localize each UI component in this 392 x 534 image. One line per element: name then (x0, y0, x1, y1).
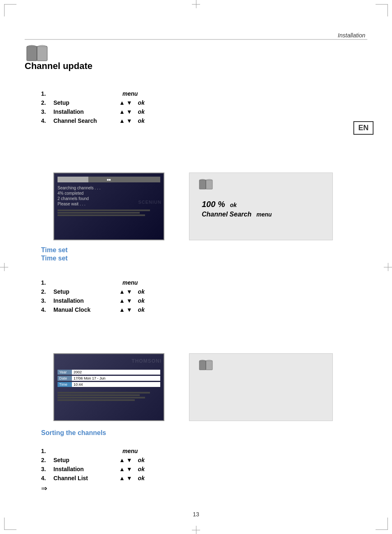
svg-rect-3 (199, 180, 206, 189)
sorting-section-title: Sorting the channels (41, 429, 106, 437)
step-ok: ok (138, 99, 145, 106)
step-row: 4. Channel List ▲ ▼ ok (41, 475, 145, 481)
page-number: 13 (193, 511, 199, 518)
step-row: 1. menu (41, 279, 145, 286)
info-book-icon (198, 178, 214, 193)
header-title: Installation (338, 32, 365, 39)
step-row: 4. Manual Clock ▲ ▼ ok (41, 306, 145, 313)
step-arrows: ▲ ▼ (119, 99, 132, 106)
clock-time-row: Time 10:44 (58, 382, 160, 387)
step-number: 4. (41, 475, 53, 481)
crosshair-top (192, 0, 200, 8)
crosshair-right (384, 263, 392, 271)
step-row: 2. Setup ▲ ▼ ok (41, 288, 145, 295)
step-number: 4. (41, 306, 53, 313)
step-label: Setup (53, 288, 119, 295)
step-ok: ok (138, 297, 145, 304)
info-channel-search: Channel Search (202, 211, 251, 218)
clock-time-label: Time (58, 382, 72, 387)
step-row: 3. Installation ▲ ▼ ok (41, 466, 145, 472)
step-row: 3. Installation ▲ ▼ ok (41, 297, 145, 304)
info-percentage: 100 % (202, 200, 225, 209)
step-label: Installation (53, 297, 119, 304)
channel-search-screen: ■■ Searching channels . . . 4% completed… (53, 173, 164, 240)
step-number: 4. (41, 117, 53, 124)
clock-time-value: 10:44 (72, 382, 160, 387)
crosshair-bottom (192, 526, 200, 534)
arrow-pointer-icon: ⇒ (41, 484, 47, 493)
info-ok: ok (230, 202, 237, 208)
svg-rect-0 (27, 46, 37, 61)
svg-rect-4 (206, 180, 212, 189)
step-arrows: ▲ ▼ (119, 466, 132, 472)
clock-info-book-icon (198, 359, 214, 373)
step-ok: ok (138, 457, 145, 463)
clock-date-row: Date 17/06 Mon 17 - Jun (58, 376, 160, 381)
step-number: 3. (41, 466, 53, 472)
step-number: 3. (41, 297, 53, 304)
step-row: 2. Setup ▲ ▼ ok (41, 99, 145, 106)
screen-brand: SCENIUN (138, 200, 161, 205)
step-ok: ok (138, 117, 145, 124)
step-ok: ok (138, 475, 145, 481)
step-arrows: ▲ ▼ (119, 108, 132, 115)
step-row: 2. Setup ▲ ▼ ok (41, 457, 145, 463)
main-title: Channel update (25, 61, 92, 71)
clock-date-value: 17/06 Mon 17 - Jun (72, 376, 160, 381)
time-set-heading-label: Time set (41, 246, 68, 253)
step-number: 1. (41, 279, 53, 286)
clock-info-box (189, 353, 333, 421)
clock-date-label: Date (58, 376, 72, 381)
info-box-content: 100 % ok Channel Search menu (202, 200, 272, 218)
step-number: 2. (41, 99, 53, 106)
screen-text-searching: Searching channels . . . (58, 186, 160, 190)
step-ok: ok (138, 466, 145, 472)
crosshair-left (0, 263, 8, 271)
channel-search-info-box: 100 % ok Channel Search menu (189, 173, 333, 240)
step-menu: menu (122, 279, 138, 286)
step-number: 2. (41, 457, 53, 463)
corner-mark-tr (376, 4, 388, 16)
step-number: 1. (41, 90, 53, 97)
step-arrows: ▲ ▼ (119, 306, 132, 313)
en-badge: EN (353, 121, 374, 135)
sorting-steps: 1. menu 2. Setup ▲ ▼ ok 3. Installation … (41, 448, 145, 495)
corner-mark-bl (4, 518, 16, 530)
corner-mark-br (376, 518, 388, 530)
step-label: Installation (53, 466, 119, 472)
step-label: Setup (53, 457, 119, 463)
step-number: 2. (41, 288, 53, 295)
step-row-arrow: ⇒ (41, 484, 145, 493)
step-ok: ok (138, 108, 145, 115)
step-arrows: ▲ ▼ (119, 288, 132, 295)
header-divider (25, 39, 367, 40)
svg-rect-1 (37, 46, 47, 61)
step-label: Channel List (53, 475, 119, 481)
clock-year-value: 2002 (72, 370, 160, 375)
step-arrows: ▲ ▼ (119, 457, 132, 463)
step-arrows: ▲ ▼ (119, 117, 132, 124)
clock-year-label: Year (58, 370, 72, 375)
step-arrows: ▲ ▼ (119, 475, 132, 481)
clock-screen-brand: THOMSONI (131, 358, 161, 364)
step-label: Installation (53, 108, 119, 115)
svg-rect-7 (206, 361, 212, 370)
corner-mark-tl (4, 4, 16, 16)
step-number: 3. (41, 108, 53, 115)
step-arrows: ▲ ▼ (119, 297, 132, 304)
channel-update-steps: 1. menu 2. Setup ▲ ▼ ok 3. Installation … (41, 90, 145, 127)
time-set-section-title: Time set (41, 255, 68, 262)
step-label: Setup (53, 99, 119, 106)
clock-screen: THOMSONI Year 2002 Date 17/06 Mon 17 - J… (53, 353, 164, 421)
step-number: 1. (41, 448, 53, 454)
step-ok: ok (138, 288, 145, 295)
step-row: 1. menu (41, 90, 145, 97)
step-label: Manual Clock (53, 306, 119, 313)
time-set-section-heading: Time set (41, 246, 68, 254)
step-row: 1. menu (41, 448, 145, 454)
step-ok: ok (138, 306, 145, 313)
step-menu: menu (122, 448, 138, 454)
clock-year-row: Year 2002 (58, 370, 160, 375)
time-set-steps: 1. menu 2. Setup ▲ ▼ ok 3. Installation … (41, 279, 145, 315)
step-row: 3. Installation ▲ ▼ ok (41, 108, 145, 115)
